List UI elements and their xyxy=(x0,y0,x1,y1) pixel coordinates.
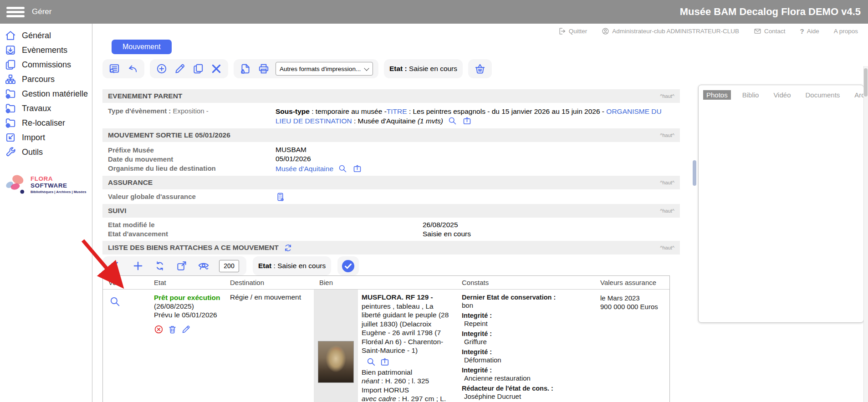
refresh-icon[interactable] xyxy=(283,243,293,253)
liste-toolbar: Etat : Saisie en cours xyxy=(102,256,698,275)
valeur-assurance-row: Valeur globale d'assurance xyxy=(102,192,698,202)
brand-flora: FLORA xyxy=(31,175,53,182)
voir-cell xyxy=(103,290,148,402)
bien-image-cell xyxy=(314,290,358,402)
media-tabs: Photos Biblio Vidéo Documents Archives xyxy=(703,90,863,100)
add-button[interactable] xyxy=(155,62,168,75)
main-content: Mouvement Autres formats d'impression...… xyxy=(92,24,698,402)
flora-software-logo: FLORA SOFTWARE Bibliothèques | Archives … xyxy=(3,173,90,196)
haut-link[interactable]: ^haut^ xyxy=(660,208,674,214)
recycle-button[interactable] xyxy=(153,260,166,272)
menu-label[interactable]: Gérer xyxy=(32,7,51,16)
apropos-link[interactable]: A propos xyxy=(834,28,858,35)
sidebar: Général Evènements Commissions Parcours … xyxy=(0,24,92,402)
import-icon xyxy=(5,132,16,143)
undo-button[interactable] xyxy=(126,62,139,75)
print-button[interactable] xyxy=(257,62,270,75)
musee-aquitaine-link[interactable]: Musée d'Aquitaine xyxy=(276,165,333,173)
copy-button[interactable] xyxy=(192,62,204,75)
sidebar-item-relocaliser[interactable]: Re-localiser xyxy=(0,116,92,130)
artwork-thumbnail[interactable] xyxy=(318,341,354,383)
export-button[interactable] xyxy=(175,260,188,272)
liste-etat-badge: Etat : Saisie en cours xyxy=(253,256,331,275)
content-scrollbar-thumb[interactable] xyxy=(693,160,696,186)
sidebar-item-import[interactable]: Import xyxy=(0,130,92,145)
contact-link[interactable]: Contact xyxy=(754,27,786,35)
calculator-icon[interactable] xyxy=(276,192,285,202)
logout-icon xyxy=(558,27,566,35)
app-title: Musée BAM Decalog Flora DEMO v4.5 xyxy=(680,6,861,18)
status-badge: Prêt pour exécution xyxy=(154,293,225,302)
haut-link[interactable]: ^haut^ xyxy=(660,93,674,99)
quitter-link[interactable]: Quitter xyxy=(558,27,587,35)
liste-toolbar-group xyxy=(102,256,246,275)
etat-cell: Prêt pour exécution (26/08/2025) Prévu l… xyxy=(148,290,225,402)
sidebar-item-travaux[interactable]: Travaux xyxy=(0,101,92,116)
sidebar-item-general[interactable]: Général xyxy=(0,28,92,43)
collapse-left-button[interactable] xyxy=(110,260,123,272)
sidebar-item-gestion-materielle[interactable]: Gestion matérielle xyxy=(0,87,92,101)
tab-photos[interactable]: Photos xyxy=(703,90,731,100)
folder-globe-icon xyxy=(5,88,16,100)
edit-button[interactable] xyxy=(174,62,186,75)
haut-link[interactable]: ^haut^ xyxy=(660,180,674,185)
biens-table: Voir Etat Destination Bien Constats Vale… xyxy=(102,275,670,402)
toolbar-group-edit xyxy=(150,59,228,78)
basket-button[interactable] xyxy=(474,62,486,75)
open-record-icon[interactable] xyxy=(352,164,362,173)
tab-video[interactable]: Vidéo xyxy=(770,90,794,100)
user-account[interactable]: Administrateur-club ADMINISTRATEUR-CLUB xyxy=(602,27,739,35)
delete-button[interactable] xyxy=(210,62,223,75)
tab-biblio[interactable]: Biblio xyxy=(739,90,762,100)
date-mouvement-row: Date du mouvement 05/01/2026 xyxy=(102,155,698,163)
cancel-circle-icon[interactable] xyxy=(154,325,163,334)
constats-cell: Dernier Etat de conservation : bon Integ… xyxy=(456,290,595,402)
toolbar-group-basket xyxy=(468,59,492,78)
haut-link[interactable]: ^haut^ xyxy=(660,245,674,250)
hamburger-menu-icon[interactable] xyxy=(6,5,25,19)
media-panel: Photos Biblio Vidéo Documents Archives xyxy=(698,85,864,323)
eye-horus-button[interactable] xyxy=(197,260,210,272)
tab-mouvement[interactable]: Mouvement xyxy=(112,40,172,54)
record-toolbar: Autres formats d'impression... Etat : Sa… xyxy=(102,59,698,78)
sidebar-item-commissions[interactable]: Commissions xyxy=(0,57,92,72)
etat-avancement-row: Etat d'avancement Saisie en cours xyxy=(102,230,698,238)
etat-badge: Etat : Saisie en cours xyxy=(384,59,463,78)
haut-link[interactable]: ^haut^ xyxy=(660,132,674,138)
envelope-icon xyxy=(754,27,761,35)
tray-down-icon xyxy=(5,44,16,56)
document-lock-button[interactable] xyxy=(239,62,252,75)
wrench-icon xyxy=(5,146,16,158)
sidebar-item-parcours[interactable]: Parcours xyxy=(0,72,92,87)
folder-globe-icon xyxy=(5,117,16,129)
validate-group xyxy=(337,256,359,275)
view-search-icon[interactable] xyxy=(109,296,121,307)
section-suivi: SUIVI ^haut^ xyxy=(102,204,680,218)
search-icon[interactable] xyxy=(338,164,347,173)
aide-link[interactable]: ? Aide xyxy=(800,27,819,35)
search-icon[interactable] xyxy=(448,116,457,126)
top-bar: Gérer Musée BAM Decalog Flora DEMO v4.5 xyxy=(0,0,868,24)
page-scrollbar-thumb[interactable] xyxy=(864,68,868,97)
section-liste-biens: LISTE DES BIENS RATTACHES A CE MOUVEMENT… xyxy=(102,241,680,254)
trash-icon[interactable] xyxy=(168,325,177,334)
list-search-button[interactable] xyxy=(108,62,121,75)
titre-link[interactable]: TITRE xyxy=(387,107,407,115)
open-record-icon[interactable] xyxy=(380,357,390,367)
sidebar-item-outils[interactable]: Outils xyxy=(0,145,92,159)
search-icon[interactable] xyxy=(366,357,376,367)
toolbar-group-search xyxy=(102,59,144,78)
open-record-icon[interactable] xyxy=(462,116,472,126)
edit-pencil-icon[interactable] xyxy=(181,325,191,334)
bien-cell: MUSFLORA. RF 129 - peintures , tableau ,… xyxy=(358,290,456,402)
add-bien-button[interactable] xyxy=(132,260,144,272)
soustype-label: Sous-type xyxy=(276,107,310,115)
valeurs-cell: le Mars 2023 900 000 000 Euros xyxy=(595,290,670,402)
tab-documents[interactable]: Documents xyxy=(802,90,843,100)
page-scrollbar[interactable] xyxy=(863,66,868,402)
validate-check-button[interactable] xyxy=(341,259,355,273)
sidebar-item-evenements[interactable]: Evènements xyxy=(0,43,92,57)
organisme-row: Organisme du lieu de destination Musée d… xyxy=(102,164,698,173)
rows-count-input[interactable] xyxy=(219,260,239,272)
print-format-select[interactable]: Autres formats d'impression... xyxy=(276,62,373,76)
